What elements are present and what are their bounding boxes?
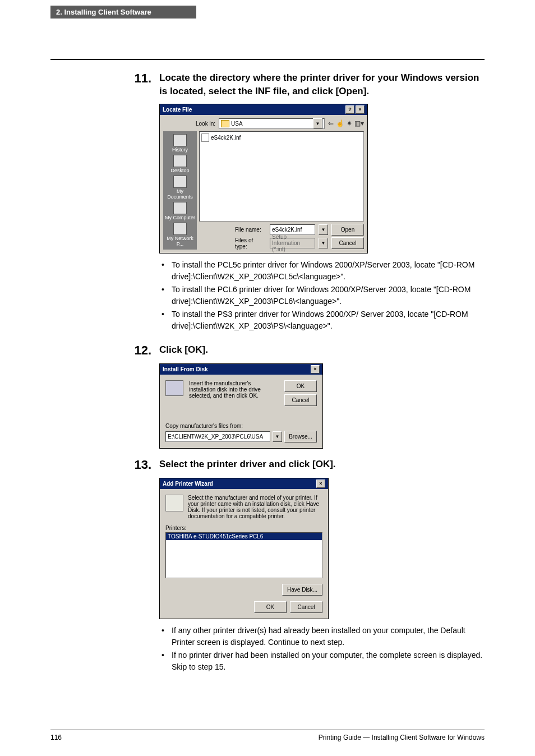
step-12-title: Click [OK].	[159, 343, 485, 358]
disk-icon	[165, 380, 183, 396]
folder-icon	[221, 120, 229, 127]
page-footer: 116 Printing Guide — Installing Client S…	[50, 726, 485, 741]
computer-icon	[173, 202, 187, 214]
locate-file-dialog: Locate File ? × Look in: USA ▼ ⇐ ☝	[159, 104, 368, 253]
printers-list[interactable]: TOSHIBA e-STUDIO451cSeries PCL6	[165, 532, 322, 578]
filetype-select[interactable]: Setup Information (*.inf)	[270, 238, 315, 248]
desktop-icon	[173, 155, 187, 167]
ok-button[interactable]: OK	[254, 601, 287, 613]
places-bar: History Desktop My Documents My Computer…	[163, 131, 197, 250]
browse-button[interactable]: Browse...	[284, 431, 317, 442]
apw-instruction: Select the manufacturer and model of you…	[188, 495, 322, 519]
toolbar-icons: ⇐ ☝ ✷ ▥▾	[328, 119, 364, 127]
list-item: To install the PS3 printer driver for Wi…	[159, 308, 485, 332]
step-13-number: 13.	[123, 458, 159, 472]
chevron-down-icon[interactable]: ▼	[319, 238, 328, 248]
list-item: If no printer driver had been installed …	[159, 649, 485, 673]
file-list[interactable]: eS4ck2K.inf	[199, 131, 364, 222]
list-item: If any other printer driver(s) had alrea…	[159, 625, 485, 648]
cancel-button[interactable]: Cancel	[290, 601, 322, 613]
close-icon[interactable]: ×	[311, 365, 320, 374]
ifd-titlebar: Install From Disk ×	[160, 364, 322, 375]
help-icon[interactable]: ?	[345, 105, 354, 114]
install-from-disk-dialog: Install From Disk × Insert the manufactu…	[159, 363, 323, 449]
printers-label: Printers:	[165, 525, 322, 531]
section-header: 2. Installing Client Software	[50, 6, 196, 19]
cancel-button[interactable]: Cancel	[284, 394, 317, 406]
step-11-title: Locate the directory where the printer d…	[159, 71, 485, 98]
close-icon[interactable]: ×	[316, 480, 325, 488]
printer-icon	[165, 495, 183, 511]
printer-item[interactable]: TOSHIBA e-STUDIO451cSeries PCL6	[166, 533, 322, 540]
footer-rule	[50, 730, 485, 730]
ok-button[interactable]: OK	[284, 380, 317, 392]
place-history[interactable]: History	[172, 133, 188, 153]
have-disk-button[interactable]: Have Disk...	[282, 584, 322, 596]
documents-icon	[173, 176, 187, 188]
apw-titlebar: Add Printer Wizard ×	[160, 478, 328, 489]
up-icon[interactable]: ☝	[336, 119, 344, 127]
chevron-down-icon[interactable]: ▼	[319, 224, 328, 235]
history-icon	[173, 134, 187, 146]
new-folder-icon[interactable]: ✷	[347, 119, 352, 127]
place-my-documents[interactable]: My Documents	[163, 175, 197, 200]
locate-file-title: Locate File	[163, 107, 192, 113]
step-12-number: 12.	[123, 343, 159, 358]
step-13-title: Select the printer driver and click [OK]…	[159, 458, 485, 472]
inf-file-icon	[201, 133, 209, 142]
step-13-bullets: If any other printer driver(s) had alrea…	[159, 625, 485, 673]
list-item: To install the PCL6 printer driver for W…	[159, 284, 485, 307]
copy-path-input[interactable]: E:\CLIENT\W2K_XP_2003\PCL6\USA	[165, 431, 270, 442]
back-icon[interactable]: ⇐	[328, 119, 334, 127]
place-desktop[interactable]: Desktop	[170, 154, 189, 174]
step-11-number: 11.	[123, 71, 159, 98]
views-icon[interactable]: ▥▾	[354, 119, 364, 127]
place-my-computer[interactable]: My Computer	[165, 201, 195, 221]
list-item: To install the PCL5c printer driver for …	[159, 259, 485, 283]
look-in-label: Look in:	[196, 121, 215, 127]
place-my-network[interactable]: My Network P...	[163, 222, 197, 247]
ifd-title: Install From Disk	[163, 366, 208, 372]
step-11-bullets: To install the PCL5c printer driver for …	[159, 259, 485, 332]
filetype-label: Files of type:	[235, 237, 266, 250]
apw-title: Add Printer Wizard	[163, 481, 213, 487]
file-item[interactable]: eS4ck2K.inf	[201, 133, 362, 142]
file-item-label: eS4ck2K.inf	[211, 135, 241, 141]
locate-file-titlebar: Locate File ? ×	[160, 104, 367, 115]
copy-from-label: Copy manufacturer's files from:	[165, 423, 317, 429]
network-icon	[173, 223, 187, 235]
ifd-instruction: Insert the manufacturer's installation d…	[189, 380, 279, 406]
look-in-value: USA	[231, 121, 243, 127]
open-button[interactable]: Open	[331, 224, 364, 236]
footer-right: Printing Guide — Installing Client Softw…	[319, 734, 485, 741]
chevron-down-icon[interactable]: ▼	[313, 118, 322, 129]
cancel-button[interactable]: Cancel	[331, 237, 364, 249]
chevron-down-icon[interactable]: ▼	[273, 431, 282, 442]
close-icon[interactable]: ×	[356, 105, 365, 114]
filename-label: File name:	[235, 227, 266, 233]
page-number: 116	[50, 734, 62, 741]
look-in-select[interactable]: USA ▼	[219, 118, 325, 129]
top-rule	[50, 59, 485, 60]
filename-input[interactable]: eS4ck2K.inf	[270, 224, 315, 235]
add-printer-wizard-dialog: Add Printer Wizard × Select the manufact…	[159, 478, 329, 619]
